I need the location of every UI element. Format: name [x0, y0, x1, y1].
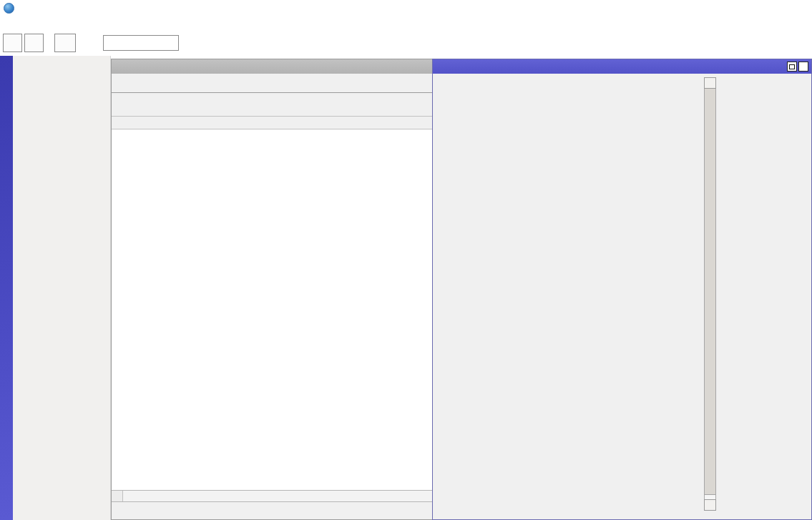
close-button[interactable]: [798, 62, 808, 72]
main-toolbar: [0, 30, 812, 56]
scrollbar-thumb[interactable]: [704, 88, 716, 495]
status-bar: [112, 501, 438, 519]
winbox-app: [0, 0, 812, 520]
ovpn-server-dialog: [432, 59, 812, 520]
dialog-titlebar[interactable]: [433, 59, 811, 74]
ppp-window: [111, 59, 439, 520]
scroll-up-button[interactable]: [704, 77, 716, 89]
session-field[interactable]: [103, 35, 179, 51]
vertical-scrollbar[interactable]: [704, 77, 716, 511]
scroll-down-button[interactable]: [704, 499, 716, 511]
undo-button[interactable]: [3, 34, 22, 52]
brand-strip: [0, 56, 13, 520]
safe-mode-button[interactable]: [54, 34, 76, 52]
ppp-tabs: [112, 74, 438, 93]
menu-bar: [0, 16, 6, 30]
winbox-app-icon: [4, 3, 14, 14]
horizontal-scrollbar[interactable]: [112, 490, 438, 501]
table-header: [112, 116, 438, 129]
table-body: [112, 129, 438, 490]
scroll-left-icon[interactable]: [112, 491, 123, 501]
maximize-button[interactable]: [787, 62, 797, 72]
ppp-window-titlebar[interactable]: [112, 59, 438, 74]
dialog-window-buttons: [787, 62, 808, 72]
sidebar: [13, 56, 111, 520]
ppp-toolbar: [112, 93, 438, 116]
maximize-icon: [789, 64, 795, 69]
app-titlebar[interactable]: [0, 0, 812, 16]
redo-button[interactable]: [24, 34, 44, 52]
